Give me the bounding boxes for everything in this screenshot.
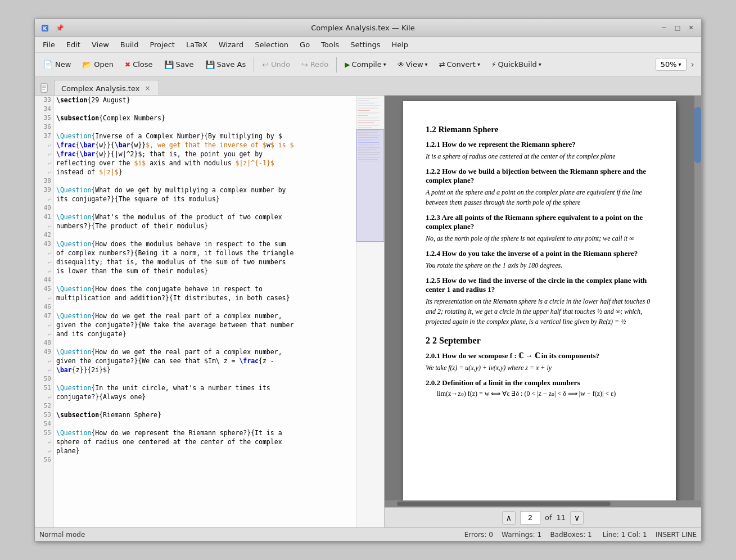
- compile-arrow-icon: ▾: [383, 61, 386, 67]
- code-line: [56, 455, 354, 464]
- pdf-area[interactable]: 1.2 Riemann Sphere1.2.1 How do we repres…: [385, 96, 694, 500]
- menu-project[interactable]: Project: [144, 39, 180, 51]
- quickbuild-button[interactable]: QuickBuild ▾: [486, 57, 547, 71]
- undo-label: Undo: [271, 60, 290, 69]
- code-line: [56, 105, 354, 114]
- menu-view[interactable]: View: [86, 39, 115, 51]
- compile-button[interactable]: Compile ▾: [340, 57, 391, 71]
- undo-button[interactable]: Undo: [257, 57, 295, 72]
- app-icon: K: [39, 22, 51, 34]
- svg-rect-9: [358, 103, 374, 104]
- quickbuild-icon: [491, 60, 496, 69]
- code-line: \frac{\bar{w}}{|w|^2}$; that is, the poi…: [56, 150, 354, 159]
- statusbar: Normal mode Errors: 0 Warnings: 1 BadBox…: [35, 527, 701, 541]
- convert-button[interactable]: Convert ▾: [434, 57, 485, 71]
- view-label: View: [406, 60, 423, 69]
- menu-go[interactable]: Go: [294, 39, 315, 51]
- svg-rect-20: [358, 122, 374, 123]
- pdf-body-italic: Its representation on the Riemann sphere…: [426, 296, 653, 327]
- line-number: 52: [35, 401, 53, 410]
- page-nav: ∧ of 11 ∨: [385, 507, 701, 527]
- line-number: ↵: [35, 168, 53, 177]
- code-line: is lower than the sum of their modules}: [56, 267, 354, 276]
- pdf-subsection-heading: 2.0.2 Definition of a limit in the compl…: [426, 378, 653, 387]
- code-line: instead of $|z|$}: [56, 168, 354, 177]
- menu-latex[interactable]: LaTeX: [180, 39, 213, 51]
- code-editor[interactable]: \section{29 August} \subsection{Complex …: [54, 96, 356, 527]
- new-button[interactable]: New: [38, 57, 76, 72]
- code-line: \Question{In the unit circle, what's a n…: [56, 383, 354, 392]
- line-number: ↵: [35, 446, 53, 455]
- code-line: \section{29 August}: [56, 96, 354, 105]
- view-arrow-icon: ▾: [425, 61, 428, 67]
- minimap: [356, 96, 384, 527]
- tab-label: Complex Analysis.tex: [61, 84, 139, 93]
- line-number: 37: [35, 132, 53, 141]
- zoom-label: 50%: [661, 60, 677, 69]
- status-linecol: Line: 1 Col: 1: [603, 531, 647, 539]
- svg-rect-22: [358, 125, 379, 126]
- pdf-body-italic: A point on the sphere and a point on the…: [426, 187, 653, 207]
- line-number: 51: [35, 383, 53, 392]
- pdf-math: lim(z→z₀) f(z) = w ⟺ ∀ε ∃δ : (0 < |z − z…: [437, 390, 653, 398]
- new-icon: [43, 60, 53, 69]
- pdf-body-italic: It is a sphere of radius one centered at…: [426, 151, 653, 161]
- line-number: 55: [35, 428, 53, 437]
- next-page-button[interactable]: ∨: [570, 511, 584, 525]
- menu-help[interactable]: Help: [386, 39, 414, 51]
- menu-wizard[interactable]: Wizard: [213, 39, 249, 51]
- maximize-button[interactable]: □: [672, 22, 683, 34]
- code-line: multiplication and addition?}{It distrib…: [56, 293, 354, 302]
- svg-rect-8: [358, 102, 379, 102]
- pdf-subsection-heading: 2.0.1 How do we scompose f : ℂ → ℂ in it…: [426, 351, 653, 360]
- toolbar-sep-2: [336, 57, 337, 73]
- menu-settings[interactable]: Settings: [345, 39, 386, 51]
- menu-selection[interactable]: Selection: [249, 39, 294, 51]
- code-line: [56, 123, 354, 132]
- pdf-body-italic: No, as the north pole of the sphere is n…: [426, 233, 653, 243]
- active-tab[interactable]: Complex Analysis.tex ×: [54, 80, 159, 95]
- close-button[interactable]: ✕: [685, 22, 697, 34]
- prev-page-button[interactable]: ∧: [502, 511, 516, 525]
- code-line: numbers?}{The product of their modulus}: [56, 222, 354, 231]
- view-button[interactable]: View ▾: [392, 57, 433, 71]
- pdf-hscrollbar-thumb[interactable]: [397, 502, 611, 506]
- save-button[interactable]: Save: [159, 57, 199, 72]
- open-button[interactable]: Open: [77, 57, 119, 72]
- pin-icon[interactable]: 📌: [54, 22, 65, 34]
- close-button-toolbar[interactable]: Close: [120, 57, 157, 71]
- saveas-icon: [205, 60, 215, 69]
- zoom-dropdown[interactable]: 50% ▾: [656, 58, 687, 71]
- more-button[interactable]: ›: [688, 57, 698, 72]
- line-number: 33: [35, 96, 53, 105]
- pdf-hscrollbar[interactable]: [385, 500, 701, 507]
- pdf-scrollbar[interactable]: [694, 96, 701, 500]
- code-line: \subsection{Riemann Sphere}: [56, 410, 354, 419]
- redo-button[interactable]: Redo: [296, 57, 333, 72]
- line-number: 41: [35, 213, 53, 222]
- main-content: 3334353637↵↵↵↵3839↵4041↵4243↵↵↵4445↵4647…: [35, 96, 701, 527]
- pdf-body-italic: We take f(z) = u(x,y) + iv(x,y) where z …: [426, 363, 653, 373]
- saveas-button[interactable]: Save As: [200, 57, 251, 72]
- menu-file[interactable]: File: [37, 39, 61, 51]
- line-number: 54: [35, 419, 53, 428]
- menubar: File Edit View Build Project LaTeX Wizar…: [35, 37, 701, 53]
- menu-tools[interactable]: Tools: [315, 39, 345, 51]
- code-line: [56, 231, 354, 240]
- line-number: ↵: [35, 267, 53, 276]
- page-input[interactable]: [520, 511, 540, 525]
- close-label: Close: [133, 60, 152, 69]
- menu-edit[interactable]: Edit: [61, 39, 86, 51]
- line-number: ↵: [35, 222, 53, 231]
- pdf-scrollbar-thumb[interactable]: [694, 107, 701, 163]
- code-line: \Question{How do we get the real part of…: [56, 347, 354, 356]
- convert-arrow-icon: ▾: [477, 61, 480, 67]
- page-of-label: of: [545, 513, 552, 522]
- status-info: Errors: 0 Warnings: 1 BadBoxes: 1 Line: …: [94, 531, 697, 539]
- minimize-button[interactable]: ─: [658, 22, 670, 34]
- line-number: 46: [35, 302, 53, 311]
- status-insertmode: INSERT LINE: [656, 531, 697, 539]
- menu-build[interactable]: Build: [115, 39, 145, 51]
- tab-close-button[interactable]: ×: [143, 84, 152, 93]
- code-line: given the conjugate?}{We take the averag…: [56, 320, 354, 329]
